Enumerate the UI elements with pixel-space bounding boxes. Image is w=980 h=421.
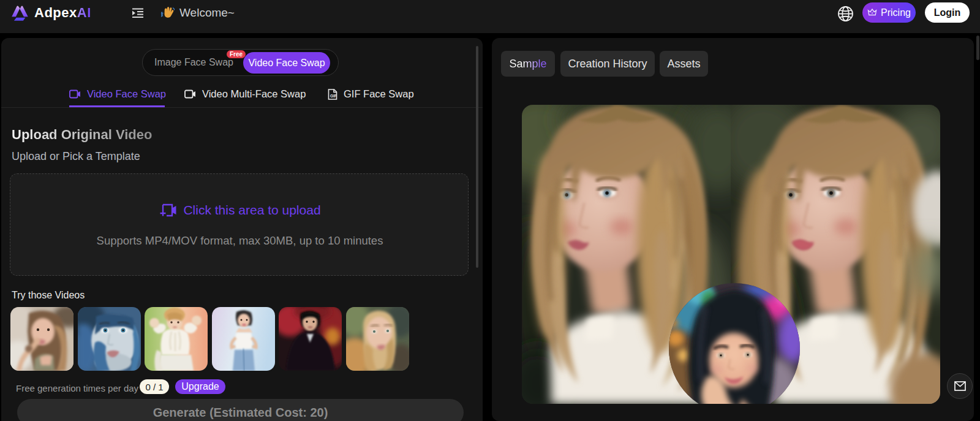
svg-text:GIF: GIF — [330, 93, 337, 97]
